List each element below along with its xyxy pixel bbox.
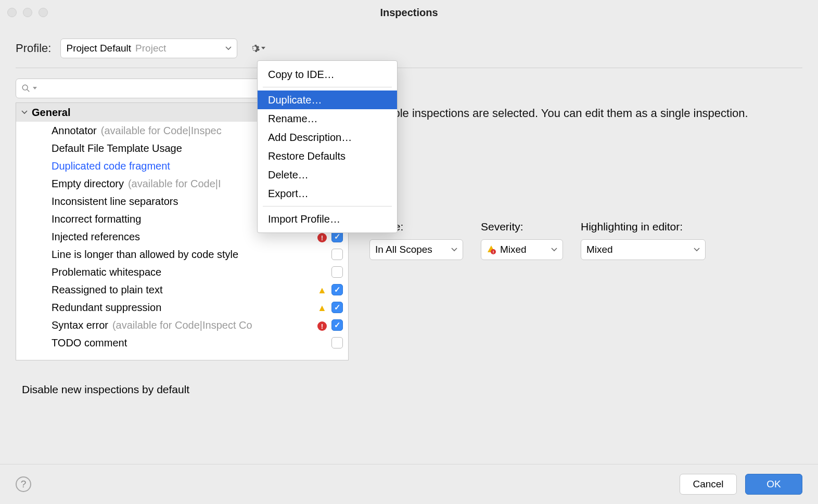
- scope-select[interactable]: In All Scopes: [369, 239, 463, 260]
- severity-select[interactable]: ! Mixed: [481, 239, 563, 260]
- menu-item[interactable]: Copy to IDE…: [258, 65, 397, 84]
- inspection-label: Incorrect formatting: [52, 213, 141, 225]
- profile-label: Profile:: [16, 42, 51, 55]
- profile-select-value: Project Default: [66, 43, 131, 54]
- profile-select[interactable]: Project Default Project: [60, 38, 237, 58]
- config-severity: Severity: ! Mixed: [481, 221, 563, 260]
- inspection-label: TODO comment: [52, 337, 127, 349]
- menu-separator: [263, 206, 392, 206]
- right-column: Multiple inspections are selected. You c…: [369, 79, 802, 360]
- menu-item[interactable]: Delete…: [258, 165, 397, 184]
- gear-button[interactable]: [247, 41, 267, 56]
- content-area: General Annotator (available for Code|In…: [0, 68, 818, 371]
- inspection-label: Default File Template Usage: [52, 143, 182, 154]
- warning-icon: ▲: [317, 284, 327, 296]
- inspection-label: Line is longer than allowed by code styl…: [52, 249, 238, 261]
- window-title: Inspections: [0, 7, 818, 19]
- inspection-row[interactable]: Syntax error (available for Code|Inspect…: [16, 316, 348, 334]
- svg-line-1: [27, 89, 29, 92]
- chevron-down-icon: [225, 46, 232, 50]
- inspection-checkbox[interactable]: [331, 302, 343, 313]
- inspection-row[interactable]: Line is longer than allowed by code styl…: [16, 245, 348, 263]
- highlighting-value: Mixed: [586, 244, 613, 255]
- menu-item[interactable]: Rename…: [258, 109, 397, 128]
- disable-label: Disable new inspections by default: [22, 383, 189, 396]
- close-window-button[interactable]: [7, 8, 17, 17]
- config-highlighting: Highlighting in editor: Mixed: [581, 221, 706, 260]
- inspection-label: Inconsistent line separators: [52, 196, 178, 208]
- inspection-checkbox[interactable]: [331, 284, 343, 295]
- chevron-down-icon: [451, 248, 457, 252]
- error-icon: !: [317, 319, 327, 331]
- chevron-down-icon: [21, 110, 28, 114]
- gear-popup-menu: Copy to IDE…Duplicate…Rename…Add Descrip…: [257, 60, 398, 233]
- scope-value: In All Scopes: [375, 244, 432, 255]
- inspection-label: Reassigned to plain text: [52, 284, 162, 296]
- inspection-label-suffix: (available for Code|Inspec: [101, 125, 222, 137]
- inspection-label: Injected references: [52, 231, 140, 243]
- severity-value: Mixed: [500, 244, 527, 255]
- footer: ? Cancel OK: [0, 464, 818, 504]
- inspection-label-suffix: (available for Code|I: [128, 178, 221, 190]
- svg-point-0: [22, 85, 28, 90]
- inspection-row[interactable]: TODO comment: [16, 334, 348, 352]
- titlebar: Inspections: [0, 0, 818, 25]
- inspection-label-suffix: (available for Code|Inspect Co: [112, 319, 252, 331]
- inspection-label: Empty directory: [52, 178, 124, 190]
- menu-item[interactable]: Duplicate…: [258, 91, 397, 109]
- mixed-severity-icon: !: [487, 245, 496, 254]
- menu-item[interactable]: Add Description…: [258, 128, 397, 147]
- window-controls: [7, 8, 48, 17]
- inspection-checkbox[interactable]: [331, 337, 343, 348]
- profile-select-hint: Project: [135, 43, 166, 54]
- inspection-label: Duplicated code fragment: [52, 160, 170, 172]
- profile-row: Profile: Project Default Project: [0, 25, 818, 68]
- menu-item[interactable]: Restore Defaults: [258, 147, 397, 165]
- inspection-checkbox[interactable]: [331, 249, 343, 260]
- warning-icon: ▲: [317, 302, 327, 314]
- disable-row: Disable new inspections by default: [0, 371, 818, 408]
- inspection-checkbox[interactable]: [331, 266, 343, 278]
- inspection-description: Multiple inspections are selected. You c…: [369, 106, 802, 122]
- menu-separator: [263, 87, 392, 87]
- inspection-checkbox[interactable]: [331, 319, 343, 331]
- minimize-window-button[interactable]: [23, 8, 32, 17]
- inspection-row[interactable]: Reassigned to plain text▲: [16, 281, 348, 299]
- zoom-window-button[interactable]: [39, 8, 48, 17]
- chevron-down-icon: [261, 47, 265, 50]
- inspection-label: Annotator: [52, 125, 97, 137]
- ok-button[interactable]: OK: [745, 474, 802, 495]
- menu-item[interactable]: Import Profile…: [258, 210, 397, 228]
- inspection-label: Syntax error: [52, 319, 108, 331]
- search-icon: [21, 84, 31, 93]
- inspection-label: Problematic whitespace: [52, 266, 161, 278]
- chevron-down-icon: [694, 248, 700, 252]
- chevron-down-icon: [33, 87, 37, 90]
- help-button[interactable]: ?: [16, 476, 31, 492]
- highlighting-label: Highlighting in editor:: [581, 221, 706, 233]
- svg-text:!: !: [493, 250, 494, 254]
- inspection-row[interactable]: Problematic whitespace: [16, 263, 348, 281]
- tree-group-name: General: [32, 107, 70, 119]
- highlighting-select[interactable]: Mixed: [581, 239, 706, 260]
- severity-label: Severity:: [481, 221, 563, 233]
- gear-icon: [249, 43, 260, 54]
- config-row: Scope: In All Scopes Severity: !: [369, 221, 802, 260]
- cancel-button[interactable]: Cancel: [680, 474, 737, 495]
- inspection-label: Redundant suppression: [52, 302, 161, 314]
- inspection-row[interactable]: Redundant suppression▲: [16, 299, 348, 316]
- menu-item[interactable]: Export…: [258, 184, 397, 203]
- chevron-down-icon: [551, 248, 557, 252]
